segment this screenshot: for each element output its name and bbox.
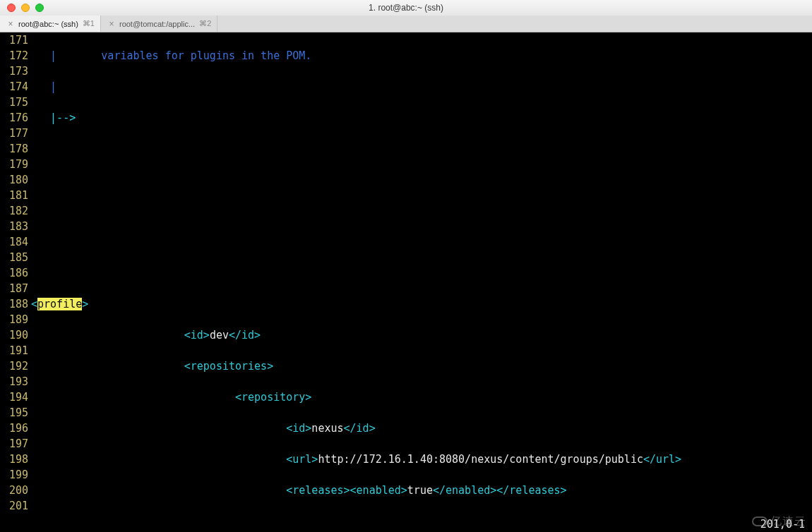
window-title: 1. root@abc:~ (ssh) [0, 3, 812, 13]
tab-shortcut: ⌘1 [83, 19, 95, 28]
line-number-gutter: 171 172 173 174 175 176 177 178 179 180 … [0, 32, 31, 532]
close-icon[interactable]: × [107, 20, 117, 28]
code-line [31, 203, 812, 219]
code-line: | variables for plugins in the POM. [31, 48, 812, 64]
tab-session-2[interactable]: × root@tomcat:/applic... ⌘2 [101, 16, 217, 32]
code-line: <id>nexus</id> [31, 421, 812, 436]
tab-bar: × root@abc:~ (ssh) ⌘1 × root@tomcat:/app… [0, 16, 812, 32]
code-line: <releases><enabled>true</enabled></relea… [31, 483, 812, 498]
code-line [31, 234, 812, 250]
code-line [31, 172, 812, 188]
tab-shortcut: ⌘2 [199, 19, 211, 28]
code-line: <url>http://172.16.1.40:8080/nexus/conte… [31, 452, 812, 467]
search-highlight: profile [37, 298, 82, 310]
code-line: <repository> [31, 389, 812, 405]
code-line: <profile> [31, 296, 812, 312]
vim-statusbar: 201,0-1 [0, 516, 812, 532]
editor-viewport[interactable]: 171 172 173 174 175 176 177 178 179 180 … [0, 32, 812, 532]
code-area[interactable]: | variables for plugins in the POM. | |-… [31, 32, 812, 532]
tab-label: root@abc:~ (ssh) [18, 20, 78, 28]
tab-session-1[interactable]: × root@abc:~ (ssh) ⌘1 [0, 16, 101, 32]
watermark-logo: 亿速云 [752, 514, 806, 529]
close-icon[interactable]: × [6, 20, 16, 28]
code-line: <id>dev</id> [31, 327, 812, 343]
code-line [31, 141, 812, 157]
code-line: <repositories> [31, 358, 812, 374]
window-titlebar: 1. root@abc:~ (ssh) [0, 0, 812, 16]
code-line: | [31, 79, 812, 95]
tab-label: root@tomcat:/applic... [119, 20, 195, 28]
code-line [31, 265, 812, 281]
code-line: |--> [31, 110, 812, 126]
